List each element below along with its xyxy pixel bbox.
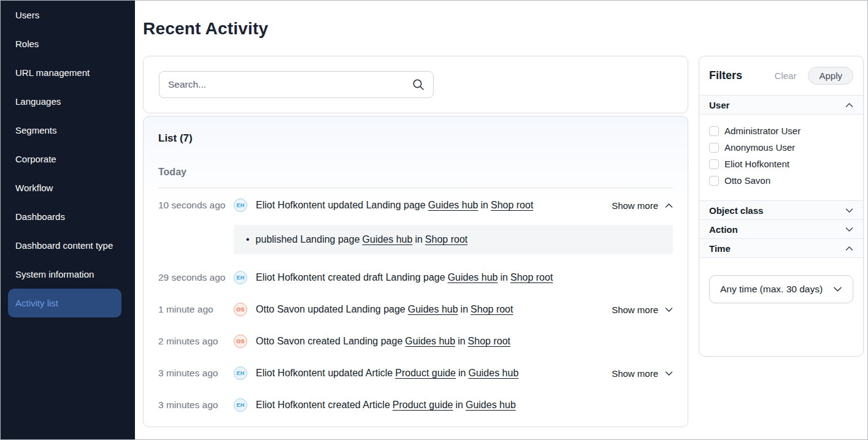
content-link[interactable]: Guides hub (405, 336, 455, 346)
sidebar-item-label: Dashboard content type (15, 240, 113, 251)
content-link[interactable]: Guides hub (448, 272, 498, 283)
activity-description: Eliot Hofkontent updated Article (256, 368, 393, 378)
sidebar-item-label: URL management (15, 67, 90, 78)
sidebar-item-corporate[interactable]: Corporate (1, 145, 135, 173)
filter-section-action[interactable]: Action (699, 219, 863, 238)
activity-text: Eliot Hofkontent created ArticleProduct … (256, 400, 673, 411)
activity-timestamp: 2 minutes ago (158, 336, 234, 347)
filter-section-label: Action (709, 224, 738, 235)
checkbox-label: Administrator User (724, 126, 801, 136)
user-checkbox[interactable] (709, 159, 719, 169)
filter-section-time-body: Any time (max. 30 days) (699, 257, 863, 321)
clear-filters-button[interactable]: Clear (775, 70, 797, 81)
checkbox-label: Otto Savon (724, 175, 770, 186)
content-link[interactable]: Guides hub (363, 234, 413, 245)
filter-section-label: Object class (709, 205, 763, 216)
filter-section-object-class[interactable]: Object class (699, 200, 863, 219)
location-link[interactable]: Shop root (510, 272, 553, 283)
user-checkbox[interactable] (709, 126, 719, 136)
activity-text: Otto Savon updated Landing pageGuides hu… (256, 304, 612, 315)
apply-filters-button[interactable]: Apply (808, 67, 853, 85)
checkbox-label: Eliot Hofkontent (724, 159, 789, 169)
sidebar-item-label: Languages (15, 96, 61, 107)
activity-row: 29 seconds ago EH Eliot Hofkontent creat… (158, 269, 673, 286)
location-link[interactable]: Shop root (468, 336, 510, 346)
chevron-down-icon (845, 227, 853, 232)
search-icon[interactable] (412, 78, 425, 91)
filter-section-label: Time (709, 243, 731, 254)
location-link[interactable]: Shop root (491, 200, 533, 210)
sidebar-item-label: Activity list (15, 298, 58, 308)
main-content: Recent Activity List (7) Toda (135, 1, 867, 439)
sidebar-item-dashboards[interactable]: Dashboards (1, 202, 135, 231)
filter-option: Otto Savon (709, 175, 853, 186)
activity-row: 3 minutes ago EH Eliot Hofkontent update… (158, 365, 673, 382)
location-link[interactable]: Guides hub (468, 368, 518, 378)
filter-section-time[interactable]: Time (699, 238, 863, 257)
date-group-label: Today (158, 167, 673, 178)
content-link[interactable]: Product guide (393, 400, 453, 410)
activity-detail-panel: •published Landing pageGuides hubinShop … (234, 225, 673, 254)
activity-list-card: List (7) Today 10 seconds ago EH Eliot H… (143, 116, 688, 427)
sidebar-item-url-management[interactable]: URL management (1, 58, 135, 87)
chevron-down-icon (665, 371, 673, 376)
sidebar-item-languages[interactable]: Languages (1, 87, 135, 116)
show-more-button[interactable]: Show more (612, 200, 673, 211)
show-more-label: Show more (612, 200, 658, 211)
avatar: EH (234, 398, 247, 412)
location-link[interactable]: Shop root (425, 234, 467, 245)
activity-timestamp: 10 seconds ago (158, 200, 234, 211)
avatar: EH (234, 366, 247, 380)
sidebar-item-activity-list[interactable]: Activity list (8, 289, 121, 317)
activity-connector: in (458, 368, 466, 378)
sidebar-item-roles[interactable]: Roles (1, 29, 135, 58)
sidebar-item-workflow[interactable]: Workflow (1, 173, 135, 202)
activity-row: 10 seconds ago EH Eliot Hofkontent updat… (158, 197, 673, 214)
content-link[interactable]: Product guide (395, 368, 456, 378)
sidebar-item-label: Dashboards (15, 211, 65, 222)
activity-description: Eliot Hofkontent updated Landing page (256, 200, 426, 210)
activity-description: Otto Savon updated Landing page (256, 304, 405, 314)
search-input[interactable] (159, 71, 434, 98)
sidebar-item-label: Roles (15, 39, 39, 49)
show-more-button[interactable]: Show more (612, 305, 673, 315)
activity-row: 1 minute ago OS Otto Savon updated Landi… (158, 301, 673, 318)
activity-description: Eliot Hofkontent created Article (256, 400, 390, 410)
sidebar-item-segments[interactable]: Segments (1, 116, 135, 145)
activity-row: 2 minutes ago OS Otto Savon created Land… (158, 333, 673, 350)
show-more-label: Show more (612, 368, 658, 379)
chevron-down-icon (665, 307, 673, 313)
sidebar-item-label: Segments (15, 125, 57, 135)
user-checkbox[interactable] (709, 143, 719, 153)
show-more-button[interactable]: Show more (612, 368, 673, 379)
filter-section-user-body: Administrator User Anonymous User Eliot … (699, 114, 863, 200)
location-link[interactable]: Guides hub (466, 400, 516, 410)
filters-panel: Filters Clear Apply User Administrator U… (699, 56, 864, 357)
content-link[interactable]: Guides hub (428, 200, 478, 210)
detail-connector: in (415, 234, 422, 245)
detail-description: published Landing page (256, 234, 360, 245)
chevron-up-icon (845, 246, 853, 251)
location-link[interactable]: Shop root (470, 304, 513, 314)
avatar: EH (234, 199, 247, 212)
content-link[interactable]: Guides hub (408, 304, 458, 314)
filter-section-label: User (709, 100, 729, 110)
time-range-value: Any time (max. 30 days) (720, 284, 823, 295)
chevron-down-icon (845, 208, 853, 213)
sidebar-item-users[interactable]: Users (1, 1, 135, 29)
avatar: OS (234, 303, 247, 316)
sidebar-item-system-information[interactable]: System information (1, 260, 135, 289)
user-checkbox[interactable] (709, 176, 719, 186)
sidebar-item-dashboard-content-type[interactable]: Dashboard content type (1, 231, 135, 260)
time-range-select[interactable]: Any time (max. 30 days) (709, 275, 853, 303)
activity-rows: 10 seconds ago EH Eliot Hofkontent updat… (158, 188, 673, 414)
activity-connector: in (456, 400, 463, 410)
sidebar: Users Roles URL management Languages Seg… (1, 1, 135, 439)
filter-option: Eliot Hofkontent (709, 159, 853, 169)
avatar: EH (234, 271, 247, 284)
activity-connector: in (458, 336, 465, 346)
activity-row: 3 minutes ago EH Eliot Hofkontent create… (158, 396, 673, 414)
filter-section-user[interactable]: User (699, 95, 863, 114)
activity-column: List (7) Today 10 seconds ago EH Eliot H… (143, 56, 688, 427)
activity-timestamp: 3 minutes ago (158, 400, 234, 411)
